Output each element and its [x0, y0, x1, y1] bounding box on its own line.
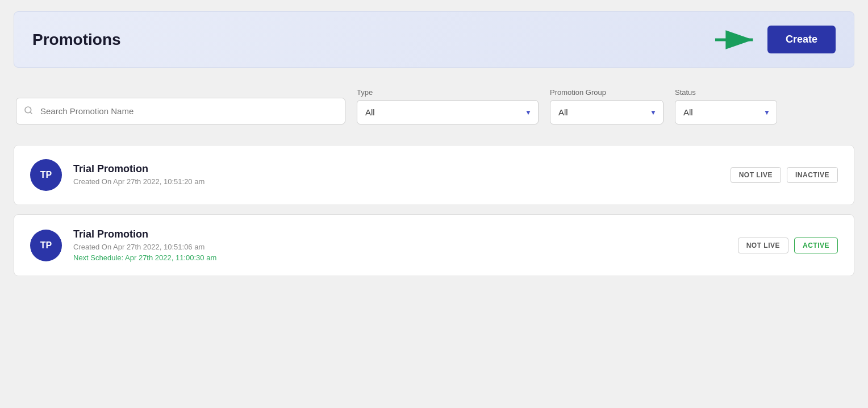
- promotion-card-2[interactable]: TP Trial Promotion Created On Apr 27th 2…: [14, 214, 854, 276]
- promotion-created-1: Created On Apr 27th 2022, 10:51:20 am: [73, 177, 719, 186]
- arrow-icon: [713, 28, 758, 51]
- promotion-schedule-2: Next Schedule: Apr 27th 2022, 11:00:30 a…: [73, 253, 727, 262]
- search-container: [16, 98, 345, 124]
- search-input[interactable]: [16, 98, 345, 124]
- page-container: Promotions Create: [14, 11, 854, 276]
- promo-group-select-wrapper: All Group A Group B ▼: [550, 100, 663, 124]
- promotions-list: TP Trial Promotion Created On Apr 27th 2…: [14, 145, 854, 276]
- status-filter-select[interactable]: All Active Inactive: [675, 100, 777, 124]
- promo-group-filter-select[interactable]: All Group A Group B: [550, 100, 663, 124]
- promotion-name-1: Trial Promotion: [73, 163, 719, 175]
- type-filter-select[interactable]: All Discount Bundle Flash Sale: [357, 100, 539, 124]
- type-filter-label: Type: [357, 88, 539, 97]
- avatar-2: TP: [30, 230, 62, 261]
- promotion-name-2: Trial Promotion: [73, 228, 727, 240]
- filters-section: Type All Discount Bundle Flash Sale ▼ Pr…: [14, 79, 854, 134]
- create-button[interactable]: Create: [767, 26, 836, 53]
- header-right: Create: [713, 26, 836, 53]
- search-icon: [24, 106, 33, 117]
- promotion-badges-1: NOT LIVE INACTIVE: [731, 167, 838, 183]
- page-title: Promotions: [32, 31, 121, 49]
- promotion-info-1: Trial Promotion Created On Apr 27th 2022…: [73, 163, 719, 187]
- search-input-wrapper: [16, 98, 345, 124]
- promotion-card-1[interactable]: TP Trial Promotion Created On Apr 27th 2…: [14, 145, 854, 205]
- promotion-info-2: Trial Promotion Created On Apr 27th 2022…: [73, 228, 727, 262]
- status-filter-group: Status All Active Inactive ▼: [675, 88, 777, 124]
- promo-group-filter-label: Promotion Group: [550, 88, 663, 97]
- arrow-indicator: [713, 28, 758, 51]
- promo-group-filter-group: Promotion Group All Group A Group B ▼: [550, 88, 663, 124]
- badge-inactive-1: INACTIVE: [787, 167, 838, 183]
- type-select-wrapper: All Discount Bundle Flash Sale ▼: [357, 100, 539, 124]
- avatar-1: TP: [30, 159, 62, 191]
- type-filter-group: Type All Discount Bundle Flash Sale ▼: [357, 88, 539, 124]
- badge-not-live-2: NOT LIVE: [738, 238, 788, 253]
- header-card: Promotions Create: [14, 11, 854, 68]
- badge-active-2: ACTIVE: [794, 238, 838, 253]
- badge-not-live-1: NOT LIVE: [731, 167, 781, 183]
- promotion-created-2: Created On Apr 27th 2022, 10:51:06 am: [73, 243, 727, 251]
- status-select-wrapper: All Active Inactive ▼: [675, 100, 777, 124]
- promotion-badges-2: NOT LIVE ACTIVE: [738, 238, 838, 253]
- svg-line-3: [30, 112, 32, 114]
- status-filter-label: Status: [675, 88, 777, 97]
